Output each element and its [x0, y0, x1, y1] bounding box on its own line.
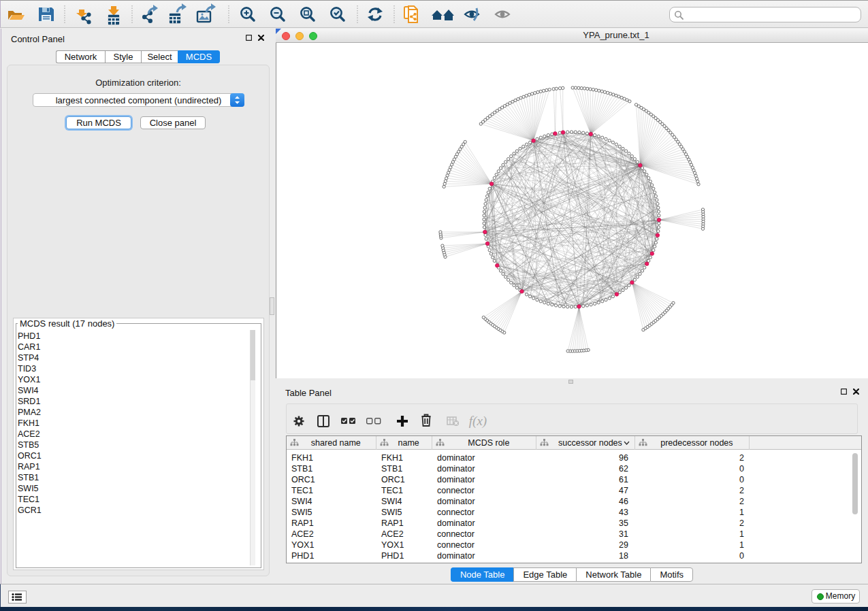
svg-text:f(x): f(x) [469, 414, 487, 429]
